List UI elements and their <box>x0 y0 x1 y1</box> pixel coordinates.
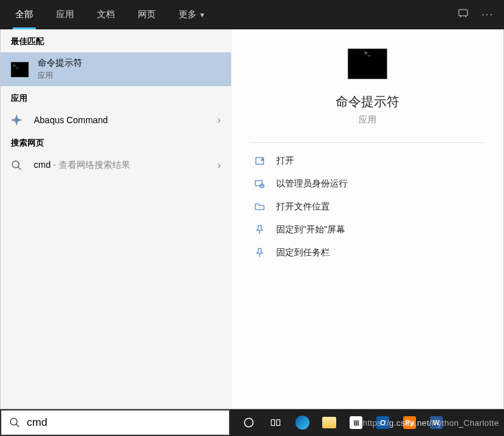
preview-subtitle: 应用 <box>251 114 484 126</box>
pin-icon <box>253 246 266 259</box>
web-result-query: cmd <box>34 160 50 170</box>
svg-point-5 <box>10 418 17 425</box>
chevron-right-icon: › <box>218 114 221 126</box>
action-open-label: 打开 <box>276 155 294 167</box>
cmd-icon: >_ <box>11 62 29 77</box>
svg-rect-2 <box>256 158 263 165</box>
search-input[interactable] <box>27 416 221 429</box>
best-match-header: 最佳匹配 <box>1 29 231 52</box>
tab-apps[interactable]: 应用 <box>45 0 85 29</box>
feedback-icon[interactable] <box>457 8 469 22</box>
action-pin-taskbar[interactable]: 固定到任务栏 <box>251 241 484 264</box>
svg-point-6 <box>244 418 253 427</box>
admin-icon <box>253 177 266 190</box>
action-open[interactable]: 打开 <box>251 149 484 172</box>
explorer-button[interactable] <box>316 409 343 436</box>
preview-title: 命令提示符 <box>251 93 484 110</box>
store-icon: ⊞ <box>350 416 362 429</box>
watermark-text: https://g.csdn.net/Python_Charlotte <box>362 418 499 428</box>
tab-all[interactable]: 全部 <box>4 0 45 29</box>
taskbar: ⊞ O Py W https://g.csdn.net/Python_Charl… <box>230 409 504 436</box>
search-header-bar: 全部 应用 文档 网页 更多 ▼ ··· <box>0 0 504 29</box>
search-icon <box>9 417 20 428</box>
header-actions: ··· <box>457 8 500 22</box>
preview-panel: >_ 命令提示符 应用 打开 以管理员身份运行 打开文件位置 固定到"开始"屏幕 <box>231 29 503 409</box>
svg-rect-7 <box>271 420 274 426</box>
web-result-suffix: - 查看网络搜索结果 <box>50 160 130 170</box>
best-match-result[interactable]: >_ 命令提示符 应用 <box>1 52 231 86</box>
action-pin-start[interactable]: 固定到"开始"屏幕 <box>251 218 484 241</box>
file-explorer-icon <box>322 417 336 428</box>
abaqus-icon <box>11 114 22 126</box>
web-section-header: 搜索网页 <box>1 131 231 154</box>
action-pin-taskbar-label: 固定到任务栏 <box>276 247 330 259</box>
filter-tabs: 全部 应用 文档 网页 更多 ▼ <box>4 0 212 29</box>
results-list-panel: 最佳匹配 >_ 命令提示符 应用 应用 Abaqus Command › 搜索网… <box>1 29 231 409</box>
tab-documents[interactable]: 文档 <box>85 0 126 29</box>
task-view-button[interactable] <box>262 409 289 436</box>
action-pin-start-label: 固定到"开始"屏幕 <box>276 224 345 236</box>
edge-icon <box>295 416 309 430</box>
tab-more[interactable]: 更多 ▼ <box>167 0 212 29</box>
separator <box>251 142 484 143</box>
bottom-bar: ⊞ O Py W https://g.csdn.net/Python_Charl… <box>0 409 504 436</box>
action-run-admin[interactable]: 以管理员身份运行 <box>251 172 484 195</box>
svg-rect-0 <box>459 10 468 16</box>
search-box[interactable] <box>0 409 230 436</box>
action-run-admin-label: 以管理员身份运行 <box>276 178 348 190</box>
result-subtitle: 应用 <box>38 70 221 81</box>
svg-point-1 <box>12 161 19 168</box>
pin-icon <box>253 223 266 236</box>
action-open-location[interactable]: 打开文件位置 <box>251 195 484 218</box>
action-open-location-label: 打开文件位置 <box>276 201 330 213</box>
apps-section-header: 应用 <box>1 86 231 109</box>
cmd-large-icon: >_ <box>348 49 387 79</box>
svg-rect-3 <box>255 181 262 186</box>
result-title: 命令提示符 <box>38 57 221 69</box>
tab-more-label: 更多 <box>179 9 196 20</box>
result-info: 命令提示符 应用 <box>38 57 221 81</box>
svg-rect-8 <box>277 420 280 426</box>
cortana-button[interactable] <box>235 409 262 436</box>
action-list: 打开 以管理员身份运行 打开文件位置 固定到"开始"屏幕 固定到任务栏 <box>251 149 484 264</box>
chevron-right-icon: › <box>218 160 221 171</box>
app-result-abaqus[interactable]: Abaqus Command › <box>1 109 231 131</box>
search-results-main: 最佳匹配 >_ 命令提示符 应用 应用 Abaqus Command › 搜索网… <box>0 29 504 409</box>
tab-web[interactable]: 网页 <box>126 0 167 29</box>
edge-button[interactable] <box>289 409 316 436</box>
preview-header: >_ 命令提示符 应用 <box>251 42 484 126</box>
app-result-title: Abaqus Command <box>34 115 218 125</box>
open-icon <box>253 154 266 167</box>
folder-icon <box>253 200 266 213</box>
chevron-down-icon: ▼ <box>199 11 205 19</box>
search-icon <box>11 160 22 171</box>
web-result-cmd[interactable]: cmd - 查看网络搜索结果 › <box>1 154 231 176</box>
more-options-icon[interactable]: ··· <box>482 9 494 20</box>
